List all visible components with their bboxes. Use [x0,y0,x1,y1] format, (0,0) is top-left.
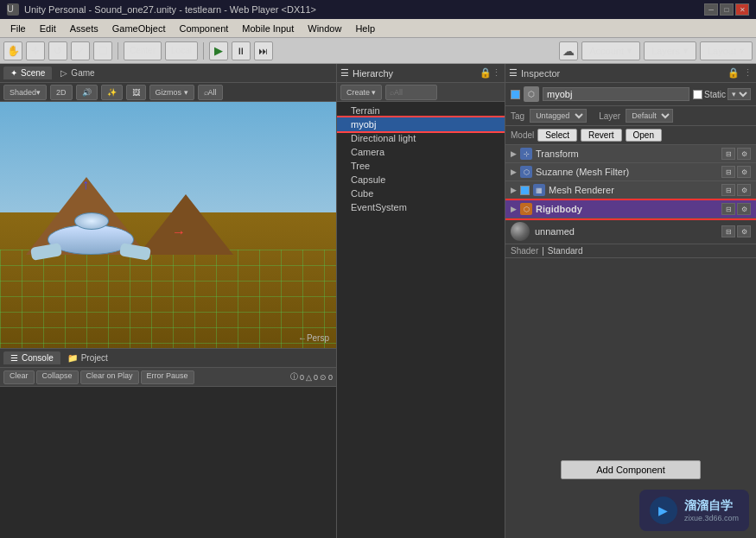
info-icon: ⓘ [290,371,298,383]
spacecraft: → ↑ [48,225,134,255]
hierarchy-item-eventsystem[interactable]: EventSystem [337,200,505,214]
hierarchy-search-input[interactable] [385,85,437,100]
close-button[interactable]: ✕ [735,3,749,16]
transform-component[interactable]: ▶ ⊹ Transform ⊟ ⚙ [505,145,756,163]
hierarchy-item-myobj[interactable]: myobj [337,117,505,131]
transform-ref-btn[interactable]: ⊟ [721,148,735,160]
menu-help[interactable]: Help [348,22,382,35]
hierarchy-toolbar: Create ▾ [337,83,505,102]
mesh-renderer-ref-btn[interactable]: ⊟ [721,184,735,196]
layer-select[interactable]: Default [626,109,673,123]
scene-tab-label: Scene [21,68,45,78]
menu-window[interactable]: Window [301,22,348,35]
shader-label: Shader [511,246,538,256]
menu-component[interactable]: Component [172,22,235,35]
hierarchy-settings-icon[interactable]: ⋮ [492,67,501,79]
menu-gameobject[interactable]: GameObject [105,22,173,35]
hierarchy-icon: ☰ [340,67,349,79]
gizmos-button[interactable]: Gizmos ▾ [149,85,194,100]
layout-button[interactable]: Layout ▾ [700,41,753,60]
directional-light-label: Directional light [351,133,416,143]
fx-button[interactable]: ✨ [101,85,123,100]
clear-button[interactable]: Clear [3,370,35,384]
material-gear-btn[interactable]: ⚙ [737,225,751,237]
hierarchy-item-camera[interactable]: Camera [337,145,505,159]
object-active-checkbox[interactable] [511,90,520,99]
static-checkbox[interactable] [693,90,702,99]
local-button[interactable]: Local [165,41,198,60]
image-button[interactable]: 🖼 [126,85,146,100]
hierarchy-item-directional-light[interactable]: Directional light [337,131,505,145]
object-name-input[interactable] [543,87,689,101]
layers-button[interactable]: Layers ▾ [644,41,696,60]
cloud-button[interactable]: ☁ [559,41,578,60]
rigidbody-gear-btn[interactable]: ⚙ [737,203,751,215]
mesh-renderer-arrow: ▶ [511,186,517,194]
account-button[interactable]: Account ▾ [581,41,640,60]
pause-button[interactable]: ⏸ [232,41,251,60]
mesh-renderer-gear-btn[interactable]: ⚙ [737,184,751,196]
center-button[interactable]: Center [124,41,162,60]
rigidbody-icon: ⬡ [520,203,532,215]
scale-tool-button[interactable]: ⤢ [71,41,90,60]
maximize-button[interactable]: □ [720,3,734,16]
menu-file[interactable]: File [3,22,33,35]
shading-label: Shaded [10,88,36,97]
inspector-settings-icon[interactable]: ⋮ [743,67,753,79]
shading-dropdown[interactable]: Shaded ▾ [3,85,47,100]
hierarchy-create-button[interactable]: Create ▾ [340,85,382,100]
scene-canvas[interactable]: → ↑ ←Persp [0,102,336,348]
persp-label: ←Persp [298,333,329,343]
hierarchy-item-cube[interactable]: Cube [337,187,505,200]
clear-on-play-button[interactable]: Clear on Play [80,370,139,384]
mesh-filter-component[interactable]: ▶ ⬡ Suzanne (Mesh Filter) ⊟ ⚙ [505,163,756,181]
mesh-filter-gear-btn[interactable]: ⚙ [737,166,751,178]
minimize-button[interactable]: ─ [704,3,718,16]
move-tool-button[interactable]: ✛ [26,41,45,60]
rect-tool-button[interactable]: ☐ [93,41,112,60]
rotate-tool-button[interactable]: ↺ [48,41,67,60]
collapse-button[interactable]: Collapse [36,370,79,384]
mesh-renderer-checkbox[interactable] [520,186,530,195]
transform-gear-btn[interactable]: ⚙ [737,148,751,160]
window-controls[interactable]: ─ □ ✕ [704,3,749,16]
shader-name: Standard [548,246,583,256]
hierarchy-item-tree[interactable]: Tree [337,159,505,173]
error-pause-button[interactable]: Error Pause [141,370,194,384]
play-button[interactable]: ▶ [209,41,228,60]
hand-tool-button[interactable]: ✋ [3,41,22,60]
tab-console[interactable]: ☰ Console [3,351,60,364]
app-icon: U [7,3,19,16]
2d-button[interactable]: 2D [50,85,73,100]
tag-select[interactable]: Untagged [530,109,587,123]
mountain-right [138,194,233,255]
inspector-header: ☰ Inspector 🔒 ⋮ [505,64,756,83]
rigidbody-ref-btn[interactable]: ⊟ [721,203,735,215]
material-ref-btn[interactable]: ⊟ [721,225,735,237]
open-button[interactable]: Open [626,129,662,142]
camera-label: Camera [351,147,384,157]
hierarchy-item-terrain[interactable]: Terrain [337,104,505,117]
tab-game[interactable]: ▷ Game [54,66,101,79]
tab-scene[interactable]: ✦ Scene [3,66,52,79]
rigidbody-component[interactable]: ▶ ⬡ Rigidbody ⊟ ⚙ [505,200,756,218]
tree-label: Tree [351,161,370,171]
hierarchy-item-capsule[interactable]: Capsule [337,173,505,187]
tab-project[interactable]: 📁 Project [60,351,115,364]
mesh-filter-ref-btn[interactable]: ⊟ [721,166,735,178]
menu-assets[interactable]: Assets [63,22,105,35]
scene-game-tabs: ✦ Scene ▷ Game [0,64,336,83]
static-dropdown[interactable]: ▾ [727,88,751,100]
hierarchy-title: Hierarchy [353,68,393,79]
mesh-renderer-component[interactable]: ▶ ▦ Mesh Renderer ⊟ ⚙ [505,181,756,199]
search-all-button[interactable]: ⌕All [198,85,223,100]
menu-mobile-input[interactable]: Mobile Input [235,22,301,35]
select-button[interactable]: Select [537,129,577,142]
menu-edit[interactable]: Edit [33,22,63,35]
revert-button[interactable]: Revert [581,129,621,142]
sound-button[interactable]: 🔊 [76,85,98,100]
add-component-button[interactable]: Add Component [561,460,701,479]
step-button[interactable]: ⏭ [254,41,273,60]
mesh-renderer-actions: ⊟ ⚙ [721,184,751,196]
console-toolbar: Clear Collapse Clear on Play Error Pause… [0,368,336,387]
